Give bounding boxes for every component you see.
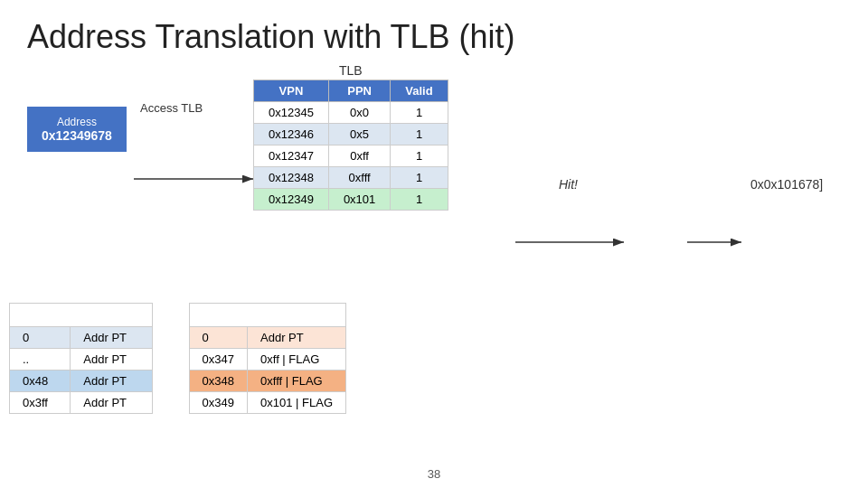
pte-key: 0 [189, 327, 247, 349]
tlb-row: 0x123480xfff1 [254, 167, 448, 189]
tlb-cell-valid: 1 [391, 145, 448, 167]
tlb-cell-valid: 1 [391, 167, 448, 189]
pte-header: Page Table Entry [189, 304, 345, 327]
tlb-row: 0x123460x51 [254, 124, 448, 145]
tlb-section: TLB VPN PPN Valid 0x123450x010x123460x51… [253, 63, 448, 211]
pte-row: 0x3490x101 | FLAG [189, 392, 345, 414]
pde-row: 0Addr PT [10, 327, 153, 349]
pte-key: 0x347 [189, 349, 247, 371]
tlb-cell-vpn: 0x12345 [254, 102, 329, 124]
tlb-cell-ppn: 0xff [328, 145, 390, 167]
pde-key: 0x3ff [10, 392, 71, 414]
tlb-cell-ppn: 0x0 [328, 102, 390, 124]
tlb-cell-valid: 1 [391, 102, 448, 124]
tlb-header-ppn: PPN [328, 80, 390, 102]
hit-label: Hit! [559, 177, 578, 192]
tlb-cell-ppn: 0x101 [328, 189, 390, 211]
tlb-cell-vpn: 0x12349 [254, 189, 329, 211]
tlb-cell-vpn: 0x12346 [254, 124, 329, 145]
result-address: 0x0x101678] [750, 177, 823, 192]
tlb-header-vpn: VPN [254, 80, 329, 102]
pte-row: 0x3480xfff | FLAG [189, 371, 345, 392]
tlb-cell-valid: 1 [391, 124, 448, 145]
page: Address Translation with TLB (hit) Addre… [0, 0, 868, 488]
pde-value: Addr PT [71, 371, 152, 392]
pde-row: 0x48Addr PT [10, 371, 153, 392]
pte-key: 0x349 [189, 392, 247, 414]
pte-header-row: Page Table Entry [189, 304, 345, 327]
access-tlb-label: Access TLB [140, 101, 203, 115]
pte-value: 0xfff | FLAG [248, 371, 346, 392]
address-box: Address 0x12349678 [27, 107, 127, 152]
address-value: 0x12349678 [42, 128, 112, 143]
pte-row: 0Addr PT [189, 327, 345, 349]
page-title: Address Translation with TLB (hit) [27, 18, 841, 56]
address-label: Address [42, 116, 112, 128]
pde-key: 0x48 [10, 371, 71, 392]
tlb-row: 0x123470xff1 [254, 145, 448, 167]
pte-value: 0xff | FLAG [248, 349, 346, 371]
pde-value: Addr PT [71, 392, 152, 414]
pde-row: ..Addr PT [10, 349, 153, 371]
tlb-table: VPN PPN Valid 0x123450x010x123460x510x12… [253, 80, 448, 211]
pde-key: 0 [10, 327, 71, 349]
pde-key: .. [10, 349, 71, 371]
pde-header: Page Directory Entry [10, 304, 153, 327]
pde-header-row: Page Directory Entry [10, 304, 153, 327]
tlb-row: 0x123490x1011 [254, 189, 448, 211]
tlb-cell-vpn: 0x12347 [254, 145, 329, 167]
pte-key: 0x348 [189, 371, 247, 392]
tlb-header-valid: Valid [391, 80, 448, 102]
tlb-cell-valid: 1 [391, 189, 448, 211]
pte-value: 0x101 | FLAG [248, 392, 346, 414]
tlb-cell-ppn: 0x5 [328, 124, 390, 145]
bottom-tables: Page Directory Entry0Addr PT..Addr PT0x4… [9, 303, 346, 414]
tlb-cell-vpn: 0x12348 [254, 167, 329, 189]
pde-row: 0x3ffAddr PT [10, 392, 153, 414]
tlb-cell-ppn: 0xfff [328, 167, 390, 189]
pte-row: 0x3470xff | FLAG [189, 349, 345, 371]
tlb-row: 0x123450x01 [254, 102, 448, 124]
pde-value: Addr PT [71, 349, 152, 371]
page-directory-table: Page Directory Entry0Addr PT..Addr PT0x4… [9, 303, 153, 414]
pte-value: Addr PT [248, 327, 346, 349]
page-table-entry-table: Page Table Entry0Addr PT0x3470xff | FLAG… [189, 303, 346, 414]
pde-value: Addr PT [71, 327, 152, 349]
tlb-label: TLB [253, 63, 448, 78]
page-number: 38 [428, 467, 440, 481]
